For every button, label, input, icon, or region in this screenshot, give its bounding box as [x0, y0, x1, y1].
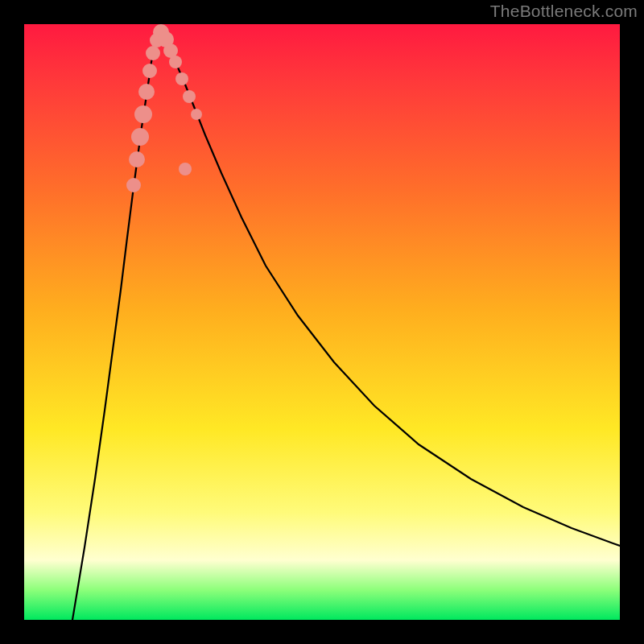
marker-dot [131, 128, 149, 146]
marker-dot [183, 90, 196, 103]
marker-dot [138, 84, 155, 100]
plot-area [24, 24, 620, 620]
marker-dot [146, 46, 160, 60]
marker-dot [126, 178, 141, 192]
curve-right-curve [161, 31, 620, 546]
marker-dot [129, 151, 145, 167]
marker-dot [191, 109, 202, 120]
marker-dot [134, 105, 152, 123]
marker-dot [179, 163, 192, 175]
marker-dot [175, 72, 188, 85]
marker-dot [169, 56, 182, 68]
chart-svg [24, 24, 620, 620]
chart-frame: TheBottleneck.com [0, 0, 644, 644]
marker-dot [142, 64, 157, 78]
watermark-text: TheBottleneck.com [490, 2, 638, 21]
